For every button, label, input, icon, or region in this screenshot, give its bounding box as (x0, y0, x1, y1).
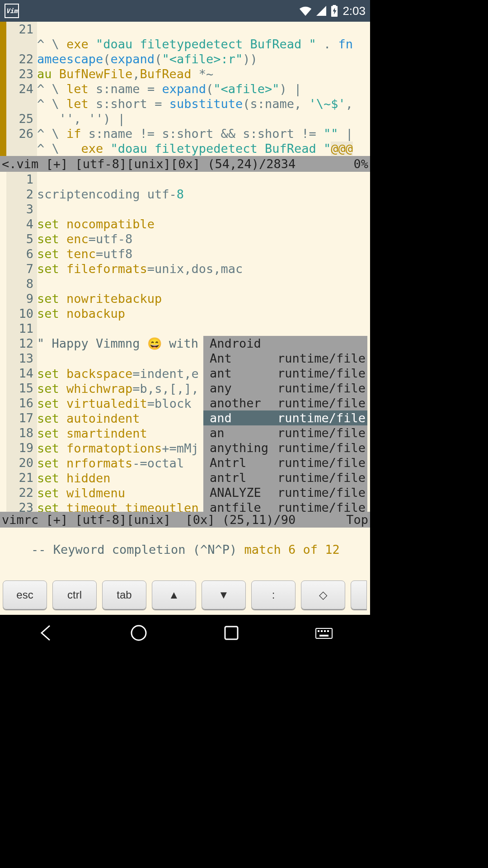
svg-rect-8 (327, 630, 329, 632)
completion-item[interactable]: anyruntime/file (203, 381, 367, 396)
keyboard-icon[interactable] (313, 622, 335, 644)
bottom-gutter: 1234567891011121314151617181920212223242… (0, 172, 37, 512)
top-gutter: 21 22 23 24 25 26 (0, 22, 37, 156)
back-icon[interactable] (35, 622, 57, 644)
tab-key[interactable]: tab (102, 580, 146, 609)
more-key[interactable] (351, 580, 367, 609)
vim-key-toolbar: esc ctrl tab ▲ ▼ : ◇ (0, 571, 370, 615)
completion-popup[interactable]: AndroidAntruntime/fileantruntime/fileany… (203, 336, 367, 515)
vim-app-icon: Vim (5, 4, 19, 18)
completion-item[interactable]: antrlruntime/file (203, 470, 367, 485)
svg-rect-7 (324, 630, 326, 632)
svg-rect-4 (316, 628, 332, 638)
svg-rect-6 (321, 630, 323, 632)
clock-time: 2:03 (343, 4, 366, 18)
top-code[interactable]: ^ \ exe "doau filetypedetect BufRead " .… (37, 22, 370, 156)
android-nav-bar (0, 615, 370, 651)
android-status-bar: Vim 2:03 (0, 0, 370, 22)
completion-item[interactable]: ANALYZEruntime/file (203, 485, 367, 500)
ctrl-key[interactable]: ctrl (52, 580, 97, 609)
battery-charging-icon (331, 5, 338, 17)
top-pane[interactable]: 21 22 23 24 25 26 ^ \ exe "doau filetype… (0, 22, 370, 172)
top-statusline: <.vim [+] [utf-8][unix][0x] (54,24)/2834… (0, 156, 370, 172)
wifi-icon (299, 6, 312, 16)
completion-item[interactable]: antruntime/file (203, 366, 367, 381)
svg-rect-9 (319, 635, 328, 637)
cell-signal-icon (316, 6, 326, 16)
bottom-pane[interactable]: 1234567891011121314151617181920212223242… (0, 172, 370, 528)
svg-rect-5 (318, 630, 319, 632)
completion-item[interactable]: anotherruntime/file (203, 396, 367, 410)
recents-icon[interactable] (221, 622, 242, 644)
colon-key[interactable]: : (251, 580, 296, 609)
completion-item[interactable]: anruntime/file (203, 425, 367, 440)
esc-key[interactable]: esc (3, 580, 47, 609)
completion-item[interactable]: Antrlruntime/file (203, 455, 367, 470)
message-line: -- Keyword completion (^N^P) match 6 of … (0, 528, 370, 571)
up-key[interactable]: ▲ (152, 580, 196, 609)
svg-point-2 (131, 626, 146, 640)
diamond-key[interactable]: ◇ (301, 580, 345, 609)
completion-item[interactable]: andruntime/file (203, 410, 367, 425)
svg-rect-3 (225, 627, 238, 639)
completion-item[interactable]: Android (203, 336, 367, 351)
completion-item[interactable]: anythingruntime/file (203, 440, 367, 455)
down-key[interactable]: ▼ (202, 580, 246, 609)
completion-item[interactable]: Antruntime/file (203, 351, 367, 366)
svg-rect-1 (333, 5, 336, 7)
home-icon[interactable] (128, 622, 150, 644)
completion-item[interactable]: antfileruntime/file (203, 500, 367, 515)
vim-editor[interactable]: 21 22 23 24 25 26 ^ \ exe "doau filetype… (0, 22, 370, 615)
